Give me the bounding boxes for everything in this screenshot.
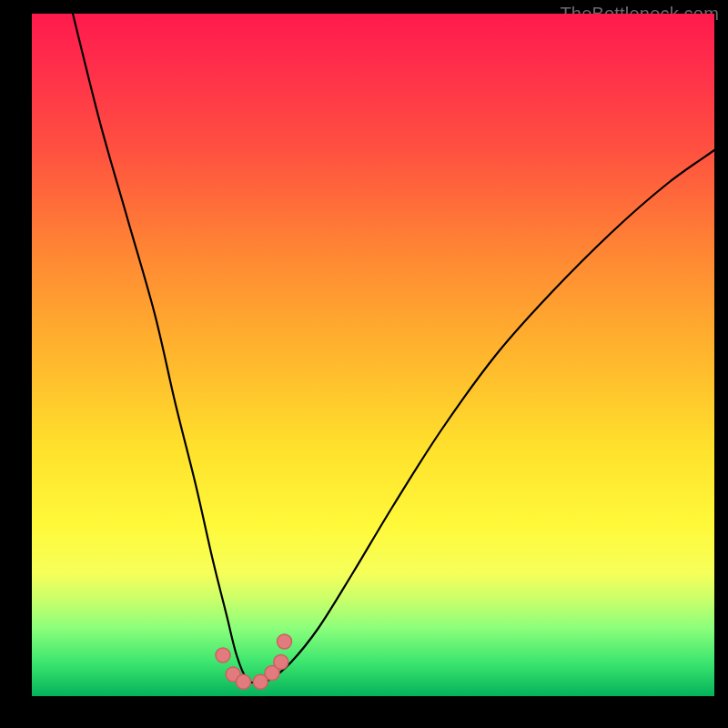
valley-markers bbox=[216, 634, 292, 689]
chart-stage: TheBottleneck.com bbox=[0, 0, 728, 728]
bottleneck-curve bbox=[73, 14, 714, 682]
valley-marker bbox=[278, 634, 292, 649]
plot-area bbox=[32, 14, 714, 696]
valley-marker bbox=[274, 655, 288, 670]
valley-marker bbox=[237, 674, 251, 689]
valley-marker bbox=[216, 648, 230, 662]
chart-canvas bbox=[32, 14, 714, 696]
